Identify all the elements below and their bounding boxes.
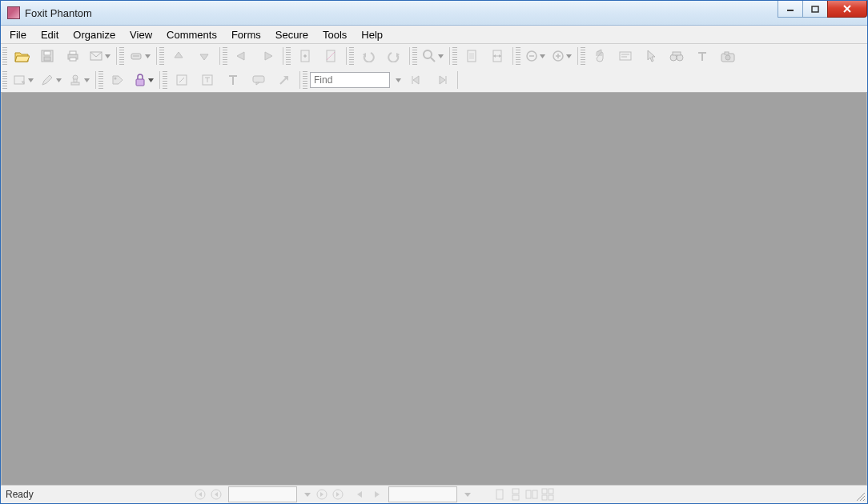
magnifier-icon [422, 49, 436, 63]
zoom-dropdown[interactable] [462, 487, 473, 502]
continuous-facing-view-button[interactable] [540, 487, 555, 502]
toolbar-grip[interactable] [581, 47, 585, 65]
menu-organize[interactable]: Organize [66, 26, 123, 43]
minimize-button[interactable] [778, 1, 803, 18]
facing-view-button[interactable] [524, 487, 539, 502]
resize-grip[interactable] [854, 490, 866, 502]
page-up-button[interactable] [167, 46, 191, 66]
maximize-button[interactable] [802, 1, 828, 18]
save-button[interactable] [35, 46, 59, 66]
svg-marker-84 [304, 493, 311, 497]
toolbar-grip[interactable] [412, 47, 417, 65]
open-button[interactable] [10, 46, 34, 66]
find-prev-button[interactable] [404, 70, 428, 90]
continuous-view-button[interactable] [508, 487, 523, 502]
scan-button[interactable] [127, 46, 153, 66]
first-page-button[interactable] [193, 487, 207, 502]
svg-rect-63 [136, 79, 144, 86]
highlight-button[interactable] [38, 70, 64, 90]
svg-marker-91 [464, 493, 471, 497]
toolbar-grip[interactable] [286, 47, 291, 65]
next-page-button[interactable] [315, 487, 329, 502]
undo-button[interactable] [356, 46, 380, 66]
toolbar-separator [457, 71, 458, 89]
print-button[interactable] [61, 46, 85, 66]
find-next-button[interactable] [430, 70, 454, 90]
window-controls [778, 1, 867, 17]
toolbar-grip[interactable] [159, 47, 164, 65]
nav-back-button[interactable] [353, 487, 368, 502]
menu-view[interactable]: View [123, 26, 159, 43]
toolbar-separator [577, 47, 578, 65]
toolbar-grip[interactable] [516, 47, 520, 65]
binoculars-button[interactable] [665, 46, 689, 66]
zoom-button[interactable] [420, 46, 446, 66]
svg-rect-6 [44, 57, 50, 61]
zoom-in-button[interactable] [549, 46, 574, 66]
forward-button[interactable] [255, 46, 279, 66]
toolbar-separator [512, 47, 513, 65]
fit-page-button[interactable] [460, 46, 484, 66]
menu-secure[interactable]: Secure [268, 26, 315, 43]
menu-help[interactable]: Help [354, 26, 390, 43]
menu-forms[interactable]: Forms [224, 26, 268, 43]
svg-marker-86 [320, 492, 323, 497]
camera-icon [720, 50, 736, 62]
menu-file[interactable]: File [2, 26, 34, 43]
svg-rect-42 [620, 52, 631, 60]
redo-button[interactable] [382, 46, 406, 66]
link-button[interactable] [272, 70, 296, 90]
insert-page-button[interactable] [293, 46, 317, 66]
toolbar-grip[interactable] [223, 47, 227, 65]
comment-button[interactable] [247, 70, 271, 90]
toolbar-grip[interactable] [349, 47, 354, 65]
zoom-out-button[interactable] [523, 46, 548, 66]
back-button[interactable] [230, 46, 254, 66]
pointer-tool-button[interactable] [639, 46, 663, 66]
print-icon [66, 49, 80, 63]
typewriter-button[interactable] [690, 46, 714, 66]
single-page-view-button[interactable] [492, 487, 507, 502]
find-input[interactable] [310, 72, 390, 88]
toolbar-grip[interactable] [303, 71, 307, 89]
text-button[interactable] [221, 70, 245, 90]
pencil-icon [40, 73, 54, 87]
zoom-out-icon [525, 50, 538, 62]
secure-doc-button[interactable] [106, 70, 130, 90]
delete-page-button[interactable] [319, 46, 343, 66]
fit-width-button[interactable] [485, 46, 509, 66]
email-button[interactable] [86, 46, 113, 66]
nav-forward-button[interactable] [369, 487, 384, 502]
select-text-button[interactable] [613, 46, 637, 66]
page-down-button[interactable] [192, 46, 216, 66]
page-dropdown[interactable] [302, 487, 313, 502]
edit-rect-button[interactable] [170, 70, 194, 90]
menu-edit[interactable]: Edit [34, 26, 66, 43]
toolbar-grip[interactable] [119, 47, 124, 65]
edit-text-button[interactable] [195, 70, 219, 90]
menu-tools[interactable]: Tools [315, 26, 354, 43]
prev-page-button[interactable] [209, 487, 223, 502]
svg-rect-71 [253, 76, 264, 82]
snapshot-button[interactable] [716, 46, 740, 66]
find-dropdown[interactable] [392, 70, 403, 90]
last-page-button[interactable] [331, 487, 345, 502]
text-select-icon [618, 50, 633, 62]
text-t-icon [227, 74, 239, 86]
toolbar-grip[interactable] [98, 71, 103, 89]
menu-comments[interactable]: Comments [159, 26, 224, 43]
encrypt-button[interactable] [131, 70, 156, 90]
toolbar-grip[interactable] [163, 71, 167, 89]
page-number-input[interactable] [228, 486, 297, 502]
note-button[interactable] [10, 70, 36, 90]
hand-tool-button[interactable] [588, 46, 612, 66]
toolbar-separator [299, 71, 300, 89]
stamp-button[interactable] [66, 70, 92, 90]
svg-marker-89 [357, 491, 362, 498]
toolbar-grip[interactable] [2, 71, 7, 89]
toolbar-grip[interactable] [2, 47, 7, 65]
toolbar-grip[interactable] [452, 47, 457, 65]
zoom-level-input[interactable] [388, 486, 457, 502]
close-button[interactable] [827, 1, 867, 18]
svg-marker-72 [256, 82, 259, 85]
